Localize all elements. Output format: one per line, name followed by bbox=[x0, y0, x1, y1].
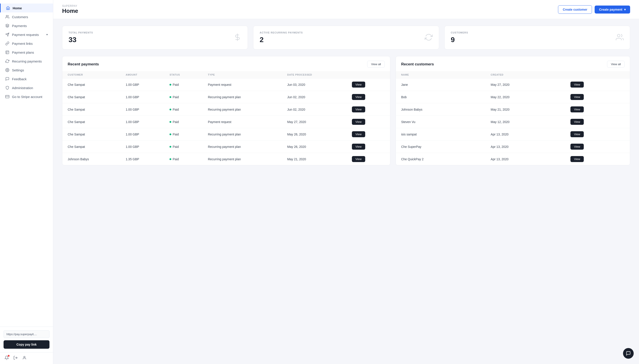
view-customer-button[interactable]: View bbox=[570, 82, 584, 88]
sidebar-item-payment-plans[interactable]: Payment plans bbox=[0, 48, 53, 57]
create-customer-button[interactable]: Create customer bbox=[558, 5, 592, 14]
sidebar-nav: Home Customers Payments Payment requests… bbox=[0, 0, 53, 326]
notification-badge bbox=[8, 355, 10, 357]
view-all-customers-button[interactable]: View all bbox=[607, 61, 624, 68]
sidebar-footer bbox=[0, 352, 53, 364]
stat-active-recurring-value: 2 bbox=[260, 36, 303, 44]
sidebar-item-feedback-label: Feedback bbox=[12, 77, 27, 81]
table-row: Bob May 22, 2020 View bbox=[396, 91, 630, 103]
view-payment-button[interactable]: View bbox=[352, 106, 365, 112]
sidebar-item-feedback[interactable]: Feedback bbox=[0, 74, 53, 83]
header-actions: Create customer Create payment ▾ bbox=[558, 5, 630, 14]
view-payment-button[interactable]: View bbox=[352, 94, 365, 100]
profile-icon[interactable] bbox=[22, 356, 27, 361]
table-row: Che Sampat 1.00 GBP Paid Payment request… bbox=[62, 116, 390, 128]
main-content: SUPERPAY Home Create customer Create pay… bbox=[53, 0, 639, 364]
view-payment-button[interactable]: View bbox=[352, 82, 365, 88]
create-payment-label: Create payment bbox=[599, 8, 622, 11]
payment-type: Recurring payment plan bbox=[203, 91, 282, 103]
payment-action: View bbox=[347, 91, 390, 103]
create-payment-button[interactable]: Create payment ▾ bbox=[595, 6, 630, 14]
customer-action: View bbox=[565, 91, 630, 103]
notifications-icon[interactable] bbox=[5, 356, 9, 361]
payment-status: Paid bbox=[164, 140, 203, 153]
customer-name: Johnson Babys bbox=[396, 103, 485, 116]
stat-total-payments-label: TOTAL PAYMENTS bbox=[69, 31, 93, 34]
payment-action: View bbox=[347, 103, 390, 116]
page-header: SUPERPAY Home Create customer Create pay… bbox=[53, 0, 639, 19]
customer-name: isis sampat bbox=[396, 128, 485, 140]
view-customer-button[interactable]: View bbox=[570, 119, 584, 125]
pay-link-input[interactable] bbox=[4, 330, 50, 338]
payment-type: Payment request bbox=[203, 78, 282, 91]
payment-customer: Che Sampat bbox=[62, 128, 120, 140]
app-name: SUPERPAY bbox=[62, 4, 78, 8]
payment-action: View bbox=[347, 78, 390, 91]
svg-marker-1 bbox=[6, 24, 9, 26]
sidebar-item-stripe[interactable]: Go to Stripe account bbox=[0, 92, 53, 101]
payment-amount: 1.00 GBP bbox=[120, 91, 164, 103]
sidebar-item-home-label: Home bbox=[13, 6, 22, 10]
view-customer-button[interactable]: View bbox=[570, 94, 584, 100]
send-icon bbox=[5, 32, 9, 36]
sidebar-item-customers-label: Customers bbox=[12, 15, 28, 19]
table-row: Che QuickPay 2 Apr 13, 2020 View bbox=[396, 153, 630, 165]
recurring-icon bbox=[425, 33, 433, 42]
sidebar-item-payments[interactable]: Payments bbox=[0, 21, 53, 30]
view-customer-button[interactable]: View bbox=[570, 106, 584, 112]
payment-customer: Che Sampat bbox=[62, 116, 120, 128]
payment-amount: 1.00 GBP bbox=[120, 128, 164, 140]
view-payment-button[interactable]: View bbox=[352, 156, 365, 162]
sidebar-item-administration[interactable]: Administration bbox=[0, 83, 53, 92]
view-payment-button[interactable]: View bbox=[352, 131, 365, 137]
payment-customer: Che Sampat bbox=[62, 103, 120, 116]
view-customer-button[interactable]: View bbox=[570, 156, 584, 162]
customer-name: Jane bbox=[396, 78, 485, 91]
copy-pay-link-button[interactable]: Copy pay link bbox=[4, 340, 50, 349]
view-payment-button[interactable]: View bbox=[352, 144, 365, 150]
shield-icon bbox=[5, 86, 9, 90]
sidebar-item-payment-requests[interactable]: Payment requests ▾ bbox=[0, 30, 53, 39]
sidebar-item-home[interactable]: Home bbox=[0, 4, 53, 12]
sidebar-item-settings[interactable]: Settings bbox=[0, 66, 53, 74]
payment-status: Paid bbox=[164, 153, 203, 165]
payment-customer: Che Sampat bbox=[62, 140, 120, 153]
layout-icon bbox=[5, 50, 9, 54]
payment-status: Paid bbox=[164, 103, 203, 116]
customer-action: View bbox=[565, 153, 630, 165]
refresh-icon bbox=[5, 59, 9, 63]
col-customer: CUSTOMER bbox=[62, 71, 120, 78]
logout-icon[interactable] bbox=[13, 356, 18, 361]
link-icon bbox=[5, 42, 9, 46]
payment-amount: 1.00 GBP bbox=[120, 78, 164, 91]
payment-customer: Johnson Babys bbox=[62, 153, 120, 165]
view-payment-button[interactable]: View bbox=[352, 119, 365, 125]
view-customer-button[interactable]: View bbox=[570, 131, 584, 137]
sidebar-bottom: Copy pay link bbox=[0, 326, 53, 352]
col-created: CREATED bbox=[485, 71, 565, 78]
sidebar-item-payment-links[interactable]: Payment links bbox=[0, 39, 53, 48]
payment-customer: Che Sampat bbox=[62, 91, 120, 103]
table-row: Johnson Babys May 21, 2020 View bbox=[396, 103, 630, 116]
customer-created: May 21, 2020 bbox=[485, 103, 565, 116]
col-status: STATUS bbox=[164, 71, 203, 78]
svg-point-7 bbox=[7, 70, 8, 71]
customers-table: NAME CREATED Jane May 27, 2020 View Bob … bbox=[396, 71, 630, 165]
create-payment-chevron: ▾ bbox=[624, 8, 626, 11]
payment-type: Recurring payment plan bbox=[203, 153, 282, 165]
payment-action: View bbox=[347, 140, 390, 153]
view-all-payments-button[interactable]: View all bbox=[367, 61, 385, 68]
table-row: Che Sampat 1.00 GBP Paid Recurring payme… bbox=[62, 140, 390, 153]
card-icon bbox=[5, 95, 9, 99]
sidebar-item-recurring-payments-label: Recurring payments bbox=[12, 60, 42, 63]
customers-stat-icon bbox=[616, 33, 624, 42]
customer-created: May 27, 2020 bbox=[485, 78, 565, 91]
sidebar-item-recurring-payments[interactable]: Recurring payments bbox=[0, 57, 53, 66]
view-customer-button[interactable]: View bbox=[570, 144, 584, 150]
sidebar-item-customers[interactable]: Customers bbox=[0, 12, 53, 21]
svg-rect-8 bbox=[6, 95, 9, 98]
payment-date: May 27, 2020 bbox=[282, 116, 347, 128]
customer-created: May 22, 2020 bbox=[485, 91, 565, 103]
payment-amount: 1.00 GBP bbox=[120, 103, 164, 116]
chat-widget[interactable] bbox=[623, 348, 634, 359]
